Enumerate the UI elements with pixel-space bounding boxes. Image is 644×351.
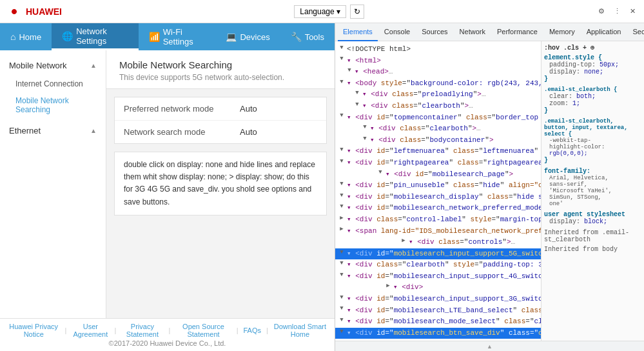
tree-line[interactable]: ▼▾ <div id="mobilesearch_input_support_3… xyxy=(335,294,541,305)
dt-tab-network[interactable]: Network xyxy=(454,23,491,41)
tree-expand-btn[interactable]: ▼ xyxy=(338,146,346,154)
tree-line[interactable]: ▼▾ <div id="pin_unuseble" class="hide" a… xyxy=(335,180,541,192)
tree-line[interactable]: ▼▾ <div id="mobilesearch_input_support_5… xyxy=(335,248,541,260)
devtools-settings-icon[interactable]: ⚙ xyxy=(595,5,608,18)
tree-expand-btn[interactable]: ▶ xyxy=(338,214,346,222)
tree-line[interactable]: ▼▾ <div class="clearboth">… xyxy=(335,101,541,112)
tree-line[interactable]: ▶▾ <div class="controls">… xyxy=(335,237,541,248)
tree-expand-btn[interactable]: ▶ xyxy=(338,226,346,234)
dt-tab-console[interactable]: Console xyxy=(379,23,415,41)
nav-item-network-settings[interactable]: 🌐Network Settings xyxy=(52,23,139,50)
tree-expand-btn[interactable]: ▼ xyxy=(338,328,346,336)
tree-content: ▾ <div class="clearboth">… xyxy=(370,123,481,135)
dt-tab-security[interactable]: Security xyxy=(627,23,644,41)
nav-item-devices[interactable]: 💻Devices xyxy=(215,23,280,50)
footer-link[interactable]: Privacy Statement xyxy=(121,323,163,338)
devtools-toolbar-icons: ⚙ ⋮ ✕ xyxy=(595,5,639,18)
html-tree[interactable]: ▼<!DOCTYPE html>▼▾ <html>▼▾ <head>…▼▾ <b… xyxy=(335,41,541,341)
tree-expand-btn[interactable]: ▼ xyxy=(338,157,346,165)
dt-tab-application[interactable]: Application xyxy=(581,23,627,41)
tree-line[interactable]: ▼▾ <div id="rightpagearea" class="rightp… xyxy=(335,157,541,169)
tree-expand-btn[interactable]: ▼ xyxy=(338,78,346,86)
tree-content: ▾ <div id="leftmenuarea" class="leftmenu… xyxy=(347,146,541,157)
tree-line[interactable]: ▼▾ <div class="clearboth" style="padding… xyxy=(335,259,541,271)
tree-expand-btn[interactable]: ▶ xyxy=(400,237,407,245)
tree-content: ▾ <div id="mobilesearch_display" class="… xyxy=(347,192,541,203)
sidebar-header-mobile-network[interactable]: Mobile Network▲ xyxy=(0,55,106,75)
tree-line[interactable]: ▼▾ <div id="mobilesearch_network_preferr… xyxy=(335,203,541,214)
tree-expand-btn[interactable]: ▼ xyxy=(353,89,361,97)
dt-tab-elements[interactable]: Elements xyxy=(338,23,378,41)
tree-line[interactable]: ▼▾ <head>… xyxy=(335,66,541,78)
tree-expand-btn[interactable]: ▼ xyxy=(376,169,384,177)
sidebar-header-ethernet[interactable]: Ethernet▲ xyxy=(0,121,106,141)
tree-line[interactable]: ▼▾ <div id="mobilesearch_page"> xyxy=(335,169,541,181)
sidebar: Mobile Network▲Internet ConnectionMobile… xyxy=(0,50,106,318)
sidebar-sub-item-internet-connection[interactable]: Internet Connection xyxy=(0,75,106,92)
tree-expand-btn[interactable]: ▼ xyxy=(338,192,346,199)
devtools-more-icon[interactable]: ⋮ xyxy=(610,5,623,18)
tree-line[interactable]: ▼▾ <div class="bodycontainer"> xyxy=(335,135,541,146)
tree-expand-btn[interactable]: ▼ xyxy=(338,55,346,63)
tree-line[interactable]: ▼<!DOCTYPE html> xyxy=(335,44,541,55)
tree-expand-btn[interactable]: ▼ xyxy=(346,66,353,74)
tree-line[interactable]: ▼▾ <div class="clearboth">… xyxy=(335,123,541,135)
nav-item-home[interactable]: ⌂Home xyxy=(0,23,52,50)
tree-expand-btn[interactable]: ▼ xyxy=(338,44,346,52)
footer-link[interactable]: User Agreement xyxy=(72,323,109,338)
refresh-button[interactable]: ↻ xyxy=(350,5,364,19)
tree-line[interactable]: ▼▾ <body style="background-color: rgb(24… xyxy=(335,78,541,90)
tree-content: ▾ <div class="bodycontainer"> xyxy=(370,135,494,146)
tree-content: ▾ <html> xyxy=(347,55,381,67)
dt-tab-memory[interactable]: Memory xyxy=(544,23,580,41)
tree-content: ▾ <div id="pin_unuseble" class="hide" al… xyxy=(347,180,541,192)
footer-separator: | xyxy=(64,326,66,334)
tree-expand-btn[interactable]: ▶ xyxy=(384,282,392,290)
footer-copyright: ©2017-2020 Huawei Device Co., Ltd. xyxy=(8,339,327,347)
tree-content: ▾ <div id="mobilesearch_page"> xyxy=(385,169,513,181)
content-header: Mobile Network Searching This device sup… xyxy=(106,50,335,89)
tree-line[interactable]: ▼▾ <div id="mobilesearch_LTE_band_select… xyxy=(335,305,541,317)
tree-line[interactable]: ▼▾ <div id="leftmenuarea" class="leftmen… xyxy=(335,146,541,157)
nav-item-tools[interactable]: 🔧Tools xyxy=(280,23,335,50)
nav-icon: 🔧 xyxy=(291,32,302,42)
tree-line[interactable]: ▼▾ <div id="mobilesearch_display" class=… xyxy=(335,192,541,203)
tree-expand-btn[interactable]: ▼ xyxy=(338,305,346,313)
tree-content: <!DOCTYPE html> xyxy=(347,44,411,55)
tree-expand-btn[interactable]: ▼ xyxy=(361,135,369,143)
tree-expand-btn[interactable]: ▼ xyxy=(338,316,346,324)
sidebar-sub-item-mobile-network-searching[interactable]: Mobile Network Searching xyxy=(0,92,106,118)
tree-line[interactable]: ▼▾ <div id="mobilesearch_btn_save_div" c… xyxy=(335,328,541,339)
tree-expand-btn[interactable]: ▼ xyxy=(338,112,346,120)
tree-expand-btn[interactable]: ▼ xyxy=(338,248,346,256)
footer-link[interactable]: Open Source Statement xyxy=(175,323,231,338)
tree-line[interactable]: ▼▾ <div id="mobilesearch_mode_select" cl… xyxy=(335,316,541,328)
tree-line[interactable]: ▼▾ <div id="mobilesearch_input_support_4… xyxy=(335,271,541,283)
footer-link[interactable]: Huawei Privacy Notice xyxy=(8,323,59,338)
tree-expand-btn[interactable]: ▼ xyxy=(353,101,361,108)
nav-item-wi-fi-settings[interactable]: 📶Wi-Fi Settings xyxy=(139,23,216,50)
tree-line[interactable]: ▶▾ <span lang-id="IDS_mobilesearch_netwo… xyxy=(335,226,541,237)
devtools-main-toolbar: Elements Console Sources Network Perform… xyxy=(335,23,644,41)
tree-line[interactable]: ▼▾ <div id="topmencontainer" class="bord… xyxy=(335,112,541,124)
footer-link[interactable]: FAQs xyxy=(243,326,261,334)
settings-row: Preferred network modeAuto xyxy=(115,97,326,121)
tree-line[interactable]: ▶▾ <div class="control-label" style="mar… xyxy=(335,214,541,226)
dt-tab-performance[interactable]: Performance xyxy=(492,23,543,41)
tree-expand-btn[interactable]: ▼ xyxy=(338,180,346,188)
tree-expand-btn[interactable]: ▼ xyxy=(338,203,346,210)
sidebar-section-mobile-network: Mobile Network▲Internet ConnectionMobile… xyxy=(0,55,106,118)
tree-expand-btn[interactable]: ▼ xyxy=(361,123,369,131)
language-button[interactable]: Language ▾ xyxy=(294,5,346,18)
footer-link[interactable]: Download Smart Home xyxy=(273,323,327,338)
tree-line[interactable]: ▼▾ <div class="preloadlying">… xyxy=(335,89,541,101)
devtools-close-icon[interactable]: ✕ xyxy=(626,5,639,18)
tree-line[interactable]: ▼▾ <html> xyxy=(335,55,541,67)
tree-line[interactable]: ▶▾ <div> xyxy=(335,282,541,294)
tree-expand-btn[interactable]: ▼ xyxy=(338,294,346,301)
devtools-resize-handle[interactable]: ▲ xyxy=(335,341,644,351)
tree-expand-btn[interactable]: ▼ xyxy=(338,259,346,267)
tree-content: ▾ <span lang-id="IDS_mobilesearch_networ… xyxy=(347,226,541,237)
dt-tab-sources[interactable]: Sources xyxy=(416,23,453,41)
tree-expand-btn[interactable]: ▼ xyxy=(338,271,346,279)
